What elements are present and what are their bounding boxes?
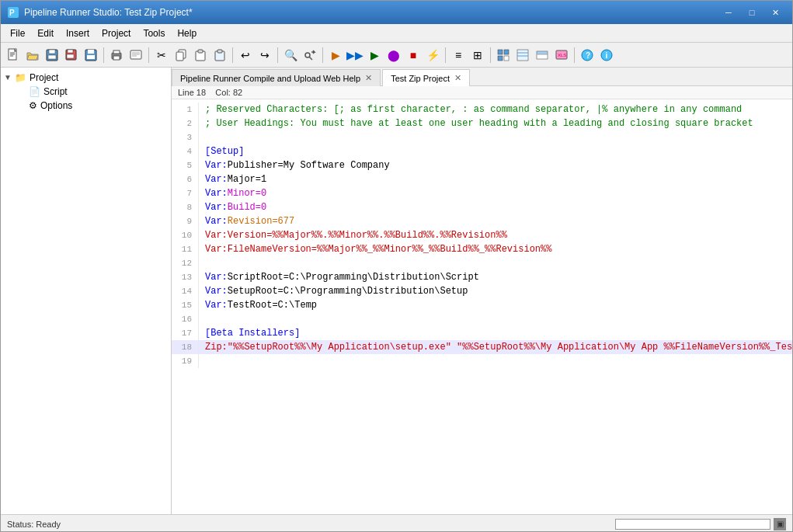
sidebar-item-options[interactable]: ⚙ Options xyxy=(1,99,171,113)
tb-sep3 xyxy=(232,47,233,63)
sb-icon[interactable]: ▣ xyxy=(774,518,786,530)
svg-rect-31 xyxy=(504,50,509,54)
svg-rect-10 xyxy=(68,50,73,53)
title-bar: P Pipeline Runner Studio: Test Zip Proje… xyxy=(1,1,792,24)
tab-help-close[interactable]: ✕ xyxy=(365,73,372,83)
tab-zip-close[interactable]: ✕ xyxy=(454,73,461,83)
menu-edit[interactable]: Edit xyxy=(31,25,60,42)
tab-help-label: Pipeline Runner Compile and Upload Web H… xyxy=(180,74,360,83)
maximize-button[interactable]: □ xyxy=(741,5,763,20)
svg-rect-7 xyxy=(49,50,55,54)
tb-new[interactable] xyxy=(4,46,23,64)
options-icon: ⚙ xyxy=(29,100,37,111)
tb-save-red[interactable] xyxy=(62,46,81,64)
tb-sep1 xyxy=(103,47,104,63)
code-line-7: 7 Var:Minor=0 xyxy=(172,186,792,200)
svg-rect-17 xyxy=(113,56,120,60)
code-line-9: 9 Var:Revision=677 xyxy=(172,214,792,228)
svg-rect-13 xyxy=(88,50,94,54)
code-line-10: 10 Var:Version=%%Major%%.%%Minor%%.%%Bui… xyxy=(172,228,792,242)
svg-rect-33 xyxy=(504,56,509,61)
status-label: Status: xyxy=(7,520,33,529)
menu-project[interactable]: Project xyxy=(96,25,137,42)
tb-save2[interactable] xyxy=(82,46,100,64)
code-line-8: 8 Var:Build=0 xyxy=(172,200,792,214)
editor-status: Line 18 Col: 82 xyxy=(172,86,792,99)
svg-rect-23 xyxy=(176,52,183,61)
tb-save[interactable] xyxy=(43,46,61,64)
close-button[interactable]: ✕ xyxy=(764,5,786,20)
svg-rect-8 xyxy=(48,55,56,59)
sidebar-item-project[interactable]: ▼ 📁 Project xyxy=(1,71,171,85)
tb-grid2[interactable] xyxy=(513,46,532,64)
code-line-12: 12 xyxy=(172,256,792,270)
tb-help[interactable]: ? xyxy=(578,46,596,64)
svg-rect-39 xyxy=(537,51,548,54)
sidebar-item-script[interactable]: 📄 Script xyxy=(1,85,171,99)
code-editor[interactable]: 1 ; Reserved Characters: [; as first cha… xyxy=(172,99,792,514)
code-line-11: 11 Var:FileNameVersion=%%Major%%_%%Minor… xyxy=(172,242,792,256)
menu-file[interactable]: File xyxy=(4,25,31,42)
folder-icon: 📁 xyxy=(15,72,26,83)
svg-text:i: i xyxy=(606,51,608,60)
status-bar: Status: Ready ▣ xyxy=(1,514,792,532)
tb-info[interactable]: i xyxy=(597,46,616,64)
options-label: Options xyxy=(40,100,72,111)
tb-print[interactable] xyxy=(107,46,126,64)
tb-run2[interactable]: ▶▶ xyxy=(346,46,364,64)
tb-export[interactable]: XLS xyxy=(552,46,571,64)
code-line-14: 14 Var:SetupRoot=C:\Programming\Distribu… xyxy=(172,284,792,298)
tab-zip-project[interactable]: Test Zip Project ✕ xyxy=(382,69,470,86)
menu-insert[interactable]: Insert xyxy=(60,25,96,42)
tb-run3[interactable]: ▶ xyxy=(365,46,384,64)
window-title: Pipeline Runner Studio: Test Zip Project… xyxy=(24,7,718,18)
tb-open[interactable] xyxy=(23,46,42,64)
tb-preview[interactable] xyxy=(127,46,145,64)
tb-align2[interactable]: ⊞ xyxy=(468,46,487,64)
tb-sep5 xyxy=(322,47,323,63)
toolbar: ✂ ↩ ↪ 🔍 ▶ ▶▶ ▶ ⬤ ■ ⚡ ≡ ⊞ XLS ? i xyxy=(1,43,792,68)
svg-rect-32 xyxy=(498,56,503,61)
tb-grid1[interactable] xyxy=(494,46,513,64)
tb-copy[interactable] xyxy=(172,46,190,64)
minimize-button[interactable]: ─ xyxy=(718,5,739,20)
tb-sep6 xyxy=(445,47,446,63)
tb-paste2[interactable] xyxy=(210,46,229,64)
code-line-1: 1 ; Reserved Characters: [; as first cha… xyxy=(172,103,792,116)
sidebar: ▼ 📁 Project 📄 Script ⚙ Options xyxy=(1,68,172,514)
tb-undo[interactable]: ↩ xyxy=(236,46,255,64)
code-line-2: 2 ; User Headings: You must have at leas… xyxy=(172,116,792,130)
tab-help[interactable]: Pipeline Runner Compile and Upload Web H… xyxy=(172,69,381,86)
tb-sep4 xyxy=(277,47,278,63)
tb-sep2 xyxy=(148,47,149,63)
tb-redo[interactable]: ↪ xyxy=(256,46,274,64)
svg-rect-14 xyxy=(87,55,95,59)
status-value: Ready xyxy=(36,520,61,529)
code-line-6: 6 Var:Major=1 xyxy=(172,172,792,186)
code-line-3: 3 xyxy=(172,130,792,144)
main-area: ▼ 📁 Project 📄 Script ⚙ Options Pipeline … xyxy=(1,68,792,514)
tb-run5[interactable]: ■ xyxy=(404,46,423,64)
menu-tools[interactable]: Tools xyxy=(137,25,171,42)
tb-replace[interactable] xyxy=(301,46,319,64)
tb-run6[interactable]: ⚡ xyxy=(423,46,442,64)
code-line-16: 16 xyxy=(172,312,792,326)
code-line-17: 17 [Beta Installers] xyxy=(172,326,792,340)
tb-find[interactable]: 🔍 xyxy=(281,46,300,64)
tb-run1[interactable]: ▶ xyxy=(326,46,345,64)
svg-text:?: ? xyxy=(586,51,590,60)
code-line-5: 5 Var:Publisher=My Software Company xyxy=(172,158,792,172)
tb-paste[interactable] xyxy=(191,46,210,64)
tb-grid3[interactable] xyxy=(533,46,551,64)
tb-cut[interactable]: ✂ xyxy=(152,46,171,64)
tb-align1[interactable]: ≡ xyxy=(449,46,468,64)
window-controls: ─ □ ✕ xyxy=(718,5,786,20)
svg-rect-16 xyxy=(113,50,120,54)
svg-rect-34 xyxy=(517,50,528,61)
tb-run4[interactable]: ⬤ xyxy=(384,46,403,64)
script-label: Script xyxy=(43,86,68,97)
expand-icon: ▼ xyxy=(4,73,13,82)
code-line-15: 15 Var:TestRoot=C:\Temp xyxy=(172,298,792,312)
menu-help[interactable]: Help xyxy=(171,25,203,42)
svg-line-29 xyxy=(309,57,312,60)
